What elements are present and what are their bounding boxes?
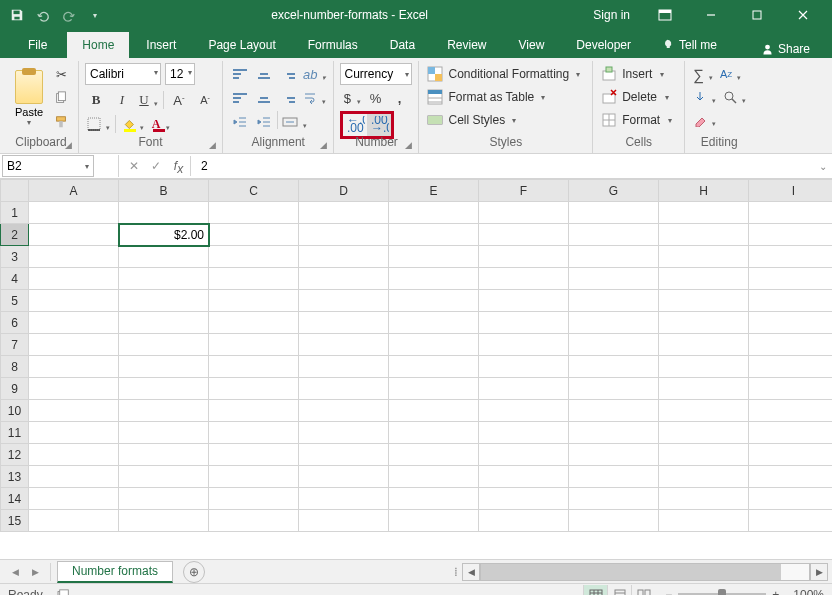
cell-E12[interactable]: [389, 444, 479, 466]
clear-icon[interactable]: [691, 109, 717, 131]
cell-F2[interactable]: [479, 224, 569, 246]
cell-B12[interactable]: [119, 444, 209, 466]
cell-A5[interactable]: [29, 290, 119, 312]
cell-I13[interactable]: [749, 466, 833, 488]
cell-H6[interactable]: [659, 312, 749, 334]
paste-button[interactable]: Paste ▾: [10, 63, 48, 133]
cell-D6[interactable]: [299, 312, 389, 334]
cell-D12[interactable]: [299, 444, 389, 466]
expand-formula-bar-icon[interactable]: ⌄: [814, 161, 832, 172]
formula-input[interactable]: 2: [197, 155, 814, 177]
cell-E4[interactable]: [389, 268, 479, 290]
row-header-2[interactable]: 2: [1, 224, 29, 246]
qat-customize-icon[interactable]: ▾: [84, 4, 106, 26]
cell-F3[interactable]: [479, 246, 569, 268]
cell-D14[interactable]: [299, 488, 389, 510]
align-middle-icon[interactable]: [253, 63, 275, 85]
minimize-icon[interactable]: [688, 0, 734, 30]
cell-B4[interactable]: [119, 268, 209, 290]
normal-view-icon[interactable]: [583, 585, 607, 596]
italic-button[interactable]: I: [111, 89, 133, 111]
cell-F5[interactable]: [479, 290, 569, 312]
cell-D4[interactable]: [299, 268, 389, 290]
col-header-C[interactable]: C: [209, 180, 299, 202]
cell-F13[interactable]: [479, 466, 569, 488]
cell-G11[interactable]: [569, 422, 659, 444]
row-header-8[interactable]: 8: [1, 356, 29, 378]
cell-C2[interactable]: [209, 224, 299, 246]
col-header-G[interactable]: G: [569, 180, 659, 202]
zoom-slider[interactable]: − + 100%: [665, 588, 824, 596]
cell-G13[interactable]: [569, 466, 659, 488]
cell-I12[interactable]: [749, 444, 833, 466]
cell-I9[interactable]: [749, 378, 833, 400]
cell-I11[interactable]: [749, 422, 833, 444]
decrease-indent-icon[interactable]: [229, 111, 251, 133]
borders-icon[interactable]: [85, 113, 111, 135]
cell-D8[interactable]: [299, 356, 389, 378]
format-cells-button[interactable]: Format▾: [599, 109, 678, 131]
cell-E1[interactable]: [389, 202, 479, 224]
cell-F11[interactable]: [479, 422, 569, 444]
cell-F1[interactable]: [479, 202, 569, 224]
cell-E10[interactable]: [389, 400, 479, 422]
cell-H4[interactable]: [659, 268, 749, 290]
cell-C5[interactable]: [209, 290, 299, 312]
cell-C12[interactable]: [209, 444, 299, 466]
cell-A2[interactable]: [29, 224, 119, 246]
cell-I4[interactable]: [749, 268, 833, 290]
page-break-view-icon[interactable]: [631, 585, 655, 596]
share-button[interactable]: Share: [761, 42, 822, 58]
increase-font-icon[interactable]: Aˆ: [168, 89, 190, 111]
increase-decimal-icon[interactable]: ←.0.00: [343, 114, 367, 136]
cell-G10[interactable]: [569, 400, 659, 422]
cell-E9[interactable]: [389, 378, 479, 400]
hscroll-thumb[interactable]: [481, 564, 781, 580]
ribbon-display-icon[interactable]: [642, 0, 688, 30]
cell-B5[interactable]: [119, 290, 209, 312]
comma-format-icon[interactable]: ,: [388, 87, 410, 109]
new-sheet-icon[interactable]: ⊕: [183, 561, 205, 583]
tab-data[interactable]: Data: [375, 32, 430, 58]
bold-button[interactable]: B: [85, 89, 107, 111]
cell-F15[interactable]: [479, 510, 569, 532]
row-header-13[interactable]: 13: [1, 466, 29, 488]
cell-H7[interactable]: [659, 334, 749, 356]
cell-C1[interactable]: [209, 202, 299, 224]
hscroll-right-icon[interactable]: ▶: [810, 563, 828, 581]
cell-E7[interactable]: [389, 334, 479, 356]
cell-C10[interactable]: [209, 400, 299, 422]
cell-A15[interactable]: [29, 510, 119, 532]
cell-E14[interactable]: [389, 488, 479, 510]
cell-G4[interactable]: [569, 268, 659, 290]
align-top-icon[interactable]: [229, 63, 251, 85]
cell-C13[interactable]: [209, 466, 299, 488]
col-header-B[interactable]: B: [119, 180, 209, 202]
orientation-icon[interactable]: ab: [301, 63, 327, 85]
cell-D15[interactable]: [299, 510, 389, 532]
cell-D11[interactable]: [299, 422, 389, 444]
zoom-in-icon[interactable]: +: [772, 588, 779, 596]
cell-G14[interactable]: [569, 488, 659, 510]
cell-C14[interactable]: [209, 488, 299, 510]
cancel-formula-icon[interactable]: ✕: [123, 159, 145, 173]
align-bottom-icon[interactable]: [277, 63, 299, 85]
cell-H9[interactable]: [659, 378, 749, 400]
cell-H2[interactable]: [659, 224, 749, 246]
name-box[interactable]: B2▾: [2, 155, 94, 177]
sign-in-link[interactable]: Sign in: [593, 8, 630, 22]
cell-B8[interactable]: [119, 356, 209, 378]
col-header-D[interactable]: D: [299, 180, 389, 202]
cell-E15[interactable]: [389, 510, 479, 532]
cell-B11[interactable]: [119, 422, 209, 444]
delete-cells-button[interactable]: Delete▾: [599, 86, 678, 108]
cell-A11[interactable]: [29, 422, 119, 444]
format-painter-icon[interactable]: [50, 111, 72, 133]
cell-B13[interactable]: [119, 466, 209, 488]
cell-B15[interactable]: [119, 510, 209, 532]
cell-C7[interactable]: [209, 334, 299, 356]
cell-D9[interactable]: [299, 378, 389, 400]
font-launcher-icon[interactable]: ◢: [209, 140, 216, 150]
cell-E13[interactable]: [389, 466, 479, 488]
undo-icon[interactable]: [32, 4, 54, 26]
